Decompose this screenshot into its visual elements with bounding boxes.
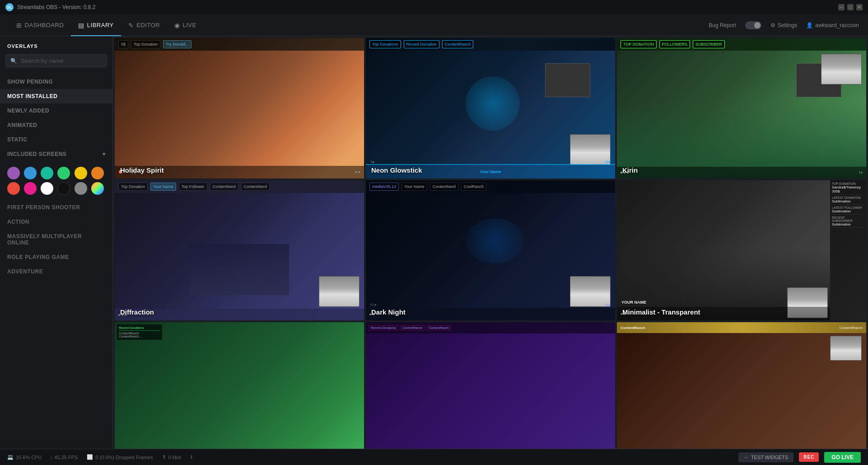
rec-label: REC (803, 455, 814, 460)
settings-button[interactable]: ⚙ Settings (770, 22, 797, 28)
status-bar: 💻 15.6% CPU | 45.25 FPS ⬜ 0 (0.0%) Dropp… (0, 449, 868, 465)
color-white[interactable] (41, 182, 53, 195)
color-pink[interactable] (24, 182, 37, 195)
color-gray[interactable] (75, 182, 87, 195)
bandwidth-label: 0 kb/s (168, 455, 182, 460)
overlay-label: Neon Glowstick (371, 166, 422, 174)
category-fps[interactable]: FIRST PERSON SHOOTER (0, 200, 112, 215)
overlay-kirin[interactable]: TOP DONATION FOLLOWERS SUBSCRIBER ■ ■ ■ (617, 38, 866, 178)
cpu-status: 💻 15.6% CPU (7, 454, 42, 460)
category-action[interactable]: ACTION (0, 215, 112, 229)
content-area: 5$ Top Donation Try Donald... 🎯 ⠀⠀⣿⣿⠀ ■ … (113, 36, 868, 449)
filter-newly-added[interactable]: NEWLY ADDED (0, 103, 112, 118)
settings-icon: ⚙ (770, 22, 775, 28)
overlay-dark-night[interactable]: mediaV35.12 Your Name ContentNerd CoolRa… (366, 180, 615, 321)
dashboard-icon: ⊞ (16, 22, 22, 29)
window-controls: ─ □ ✕ (838, 4, 863, 10)
cpu-label: 15.6% CPU (16, 455, 42, 460)
info-icon: ℹ (191, 454, 192, 460)
search-icon: 🔍 (10, 58, 17, 64)
category-mmo[interactable]: MASSIVELY MULTIPLAYER ONLINE (0, 229, 112, 250)
nav-editor-label: EDITOR (136, 22, 160, 28)
color-red[interactable] (7, 182, 20, 195)
status-right: ← TEST WIDGETS REC GO LIVE (738, 452, 861, 463)
bandwidth-icon: ⬆ (162, 454, 166, 460)
category-rpg[interactable]: ROLE PLAYING GAME (0, 250, 112, 264)
maximize-button[interactable]: □ (847, 4, 854, 10)
bandwidth-status: ⬆ 0 kb/s (162, 454, 182, 460)
nav-dashboard-label: DASHBOARD (25, 22, 64, 28)
nav-live[interactable]: ◉ LIVE (167, 14, 204, 36)
overlay-9[interactable]: ContentRanch ContentRanch (617, 322, 866, 449)
settings-label: Settings (778, 22, 797, 28)
color-orange[interactable] (91, 167, 104, 179)
color-green[interactable] (57, 167, 70, 179)
overlay-label: Minimalist - Transparent (622, 308, 700, 316)
overlay-minimalist[interactable]: TOP DONATIONSandra$/Tweenzy 305$ LATEST … (617, 180, 866, 321)
sidebar: OVERLAYS 🔍 SHOW PENDING MOST INSTALLED N… (0, 36, 113, 449)
color-purple[interactable] (7, 167, 20, 179)
app-logo: SL (5, 3, 14, 11)
color-teal[interactable] (41, 167, 53, 179)
user-button[interactable]: 👤 awkward_raccoon (806, 22, 859, 28)
overlay-neon-glowstick[interactable]: Top Donations Recent Donation ContentRan… (366, 38, 615, 178)
filter-animated[interactable]: ANIMATED (0, 118, 112, 132)
fps-label: 45.25 FPS (54, 455, 78, 460)
color-rainbow[interactable] (91, 182, 104, 195)
overlay-label: Diffraction (120, 308, 154, 316)
close-button[interactable]: ✕ (856, 4, 863, 10)
user-icon: 👤 (806, 22, 813, 28)
chevron-down-icon: ▾ (103, 151, 106, 157)
search-input[interactable] (21, 57, 102, 64)
test-widgets-button[interactable]: ← TEST WIDGETS (738, 452, 793, 462)
top-nav: ⊞ DASHBOARD ▤ LIBRARY ✎ EDITOR ◉ LIVE Bu… (0, 14, 868, 36)
test-widgets-label: TEST WIDGETS (751, 455, 788, 460)
nav-live-label: LIVE (183, 22, 196, 28)
sidebar-section-title: OVERLAYS (0, 43, 112, 54)
filter-show-pending[interactable]: SHOW PENDING (0, 75, 112, 89)
overlay-label: Kirin (622, 166, 638, 174)
theme-toggle-knob (754, 22, 761, 28)
overlay-8[interactable]: Recent Donations ContentRanch ContentRan… (366, 322, 615, 449)
go-live-label: GO LIVE (831, 454, 854, 460)
filter-static[interactable]: STATIC (0, 132, 112, 147)
app-title: Streamlabs OBS - Version: 0.8.2 (17, 4, 835, 10)
editor-icon: ✎ (128, 22, 134, 29)
live-icon: ◉ (174, 22, 180, 29)
minimize-button[interactable]: ─ (838, 4, 845, 10)
arrow-left-icon: ← (744, 455, 749, 460)
overlay-grid: 5$ Top Donation Try Donald... 🎯 ⠀⠀⣿⣿⠀ ■ … (113, 36, 868, 449)
color-grid (0, 161, 112, 200)
overlay-7[interactable]: Recent Donations ContentRanch ContentRan… (115, 322, 364, 449)
overlay-holiday-spirit[interactable]: 5$ Top Donation Try Donald... 🎯 ⠀⠀⣿⣿⠀ ■ … (115, 38, 364, 178)
color-blue[interactable] (24, 167, 37, 179)
nav-library-label: LIBRARY (87, 22, 114, 28)
dropped-frames-status: ⬜ 0 (0.0%) Dropped Frames (87, 454, 153, 460)
rec-button[interactable]: REC (799, 452, 819, 462)
dropped-frames-label: 0 (0.0%) Dropped Frames (95, 455, 153, 460)
filter-most-installed[interactable]: MOST INSTALLED (0, 89, 112, 103)
fps-icon: | (51, 455, 52, 460)
bug-report-link[interactable]: Bug Report (709, 22, 736, 28)
go-live-button[interactable]: GO LIVE (824, 452, 861, 463)
theme-toggle[interactable] (745, 21, 761, 29)
overlay-label: Holiday Spirit (120, 166, 164, 174)
frames-icon: ⬜ (87, 454, 93, 460)
info-status[interactable]: ℹ (191, 454, 192, 460)
color-black[interactable] (57, 182, 70, 195)
library-icon: ▤ (78, 22, 84, 29)
nav-right: Bug Report ⚙ Settings 👤 awkward_raccoon (709, 21, 859, 29)
nav-library[interactable]: ▤ LIBRARY (71, 14, 121, 36)
main-layout: OVERLAYS 🔍 SHOW PENDING MOST INSTALLED N… (0, 36, 868, 449)
color-yellow[interactable] (75, 167, 87, 179)
category-adventure[interactable]: ADVENTURE (0, 264, 112, 279)
fps-status: | 45.25 FPS (51, 455, 78, 460)
nav-editor[interactable]: ✎ EDITOR (121, 14, 167, 36)
nav-dashboard[interactable]: ⊞ DASHBOARD (9, 14, 71, 36)
search-box: 🔍 (5, 54, 107, 67)
filter-included-screens[interactable]: INCLUDED SCREENS ▾ (0, 147, 112, 161)
title-bar: SL Streamlabs OBS - Version: 0.8.2 ─ □ ✕ (0, 0, 868, 14)
overlay-diffraction[interactable]: Top Donation Your Name Top Follower Cont… (115, 180, 364, 321)
username-label: awkward_raccoon (815, 22, 859, 28)
overlay-label: Dark Night (371, 308, 406, 316)
